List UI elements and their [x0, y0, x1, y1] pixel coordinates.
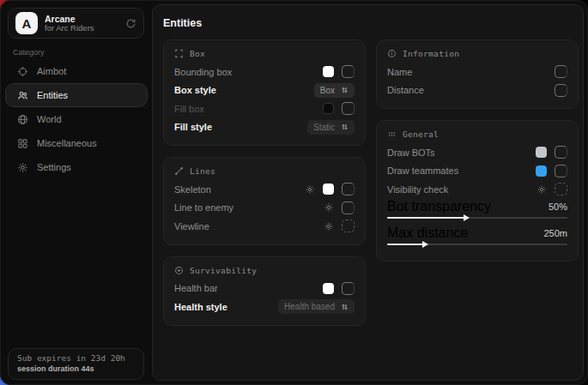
setting-row-viewline: Viewline	[174, 217, 355, 236]
setting-row-visibility-check: Visibility check	[387, 180, 567, 199]
crosshair-icon	[17, 66, 28, 77]
survivability-panel: Survivability Health bar Health style He…	[163, 256, 366, 326]
entities-icon	[17, 90, 28, 101]
setting-row-name: Name	[387, 63, 567, 81]
line-icon	[174, 166, 184, 176]
session-duration-text: session duration 44s	[17, 364, 135, 373]
brand-subtitle: for Arc Riders	[45, 24, 125, 33]
color-swatch[interactable]	[536, 165, 547, 177]
gear-icon[interactable]	[324, 221, 334, 232]
checkbox[interactable]	[342, 202, 355, 214]
setting-label: Skeleton	[174, 184, 211, 195]
panel-title: General	[403, 129, 439, 139]
setting-label: Bounding box	[174, 67, 232, 77]
checkbox[interactable]	[342, 183, 355, 196]
gear-icon[interactable]	[305, 184, 315, 195]
slider-thumb[interactable]	[422, 241, 428, 248]
color-swatch[interactable]	[323, 66, 334, 77]
dots-grid-icon	[387, 129, 397, 139]
sidebar-item-world[interactable]: World	[5, 107, 148, 131]
setting-row-distance: Distance	[387, 81, 567, 100]
general-panel: General Draw BOTs Draw teammates	[376, 120, 579, 262]
select-value: Health based	[284, 302, 335, 311]
sidebar-nav: Aimbot Entities World	[5, 59, 148, 179]
brand-name: Arcane	[45, 14, 125, 24]
setting-label: Box style	[174, 85, 216, 95]
fill-style-select[interactable]: Static	[307, 120, 355, 135]
information-panel: Information Name Distance	[376, 39, 579, 109]
checkbox[interactable]	[342, 102, 355, 115]
setting-label: Health bar	[174, 283, 218, 293]
box-style-select[interactable]: Box	[314, 83, 355, 98]
color-swatch[interactable]	[536, 147, 547, 158]
right-column: Information Name Distance	[376, 39, 579, 326]
brackets-icon	[174, 49, 184, 58]
setting-row-skeleton: Skeleton	[174, 180, 355, 199]
checkbox[interactable]	[342, 220, 355, 232]
checkbox[interactable]	[555, 65, 567, 78]
setting-label: Draw teammates	[387, 165, 458, 176]
setting-label: Viewline	[174, 221, 209, 232]
color-swatch[interactable]	[323, 283, 334, 294]
checkbox[interactable]	[342, 65, 355, 78]
panel-title: Lines	[190, 166, 215, 176]
max-distance-slider[interactable]	[387, 241, 567, 248]
select-value: Static	[313, 123, 335, 132]
panel-title: Information	[403, 49, 459, 58]
main-panel: Entities Box Bounding box	[152, 4, 584, 381]
setting-row-draw-bots: Draw BOTs	[387, 143, 567, 162]
setting-row-draw-teammates: Draw teammates	[387, 162, 567, 181]
health-style-select[interactable]: Health based	[278, 299, 355, 314]
checkbox[interactable]	[342, 282, 355, 295]
updown-arrows-icon	[341, 86, 349, 94]
subscription-card: Sub expires in 23d 20h session duration …	[8, 348, 144, 380]
info-icon	[387, 49, 397, 58]
sidebar-item-label: World	[37, 114, 62, 124]
checkbox[interactable]	[555, 146, 567, 159]
slider-value: 250m	[543, 228, 567, 238]
setting-label: Fill box	[174, 104, 204, 114]
sidebar-item-settings[interactable]: Settings	[5, 155, 148, 179]
brand-logo: A	[15, 12, 38, 34]
setting-label: Health style	[174, 302, 227, 312]
setting-row-fill-box: Fill box	[174, 99, 355, 118]
select-value: Box	[320, 86, 335, 95]
slider-row-bot-transparency: Bot transparency 50%	[387, 199, 567, 214]
slider-thumb[interactable]	[464, 214, 470, 221]
box-panel: Box Bounding box Box style Box	[163, 39, 366, 146]
app-window: A Arcane for Arc Riders Category Aimbot	[0, 0, 588, 385]
setting-label: Bot transparency	[387, 199, 491, 214]
slider-value: 50%	[549, 202, 567, 212]
checkbox[interactable]	[555, 84, 567, 97]
left-column: Box Bounding box Box style Box	[163, 39, 366, 326]
gear-icon[interactable]	[536, 184, 547, 195]
setting-row-line-to-enemy: Line to enemy	[174, 199, 355, 218]
sidebar-item-miscellaneous[interactable]: Miscellaneous	[5, 131, 148, 155]
setting-label: Line to enemy	[174, 202, 233, 213]
color-swatch[interactable]	[323, 183, 334, 195]
setting-label: Max distance	[387, 226, 468, 241]
checkbox[interactable]	[555, 183, 567, 196]
color-swatch[interactable]	[323, 103, 334, 114]
sidebar-item-label: Aimbot	[37, 66, 66, 76]
bot-transparency-slider[interactable]	[387, 214, 567, 221]
lines-panel: Lines Skeleton	[163, 157, 366, 245]
sub-expiry-text: Sub expires in 23d 20h	[17, 353, 135, 363]
setting-label: Distance	[387, 85, 424, 95]
setting-label: Draw BOTs	[387, 147, 435, 158]
sidebar-item-label: Entities	[37, 90, 68, 100]
grid-icon	[17, 138, 28, 149]
refresh-icon[interactable]	[125, 18, 136, 29]
panel-title: Box	[190, 49, 205, 58]
slider-fill	[387, 217, 466, 219]
slider-row-max-distance: Max distance 250m	[387, 226, 567, 241]
updown-arrows-icon	[341, 123, 349, 131]
checkbox[interactable]	[555, 165, 567, 177]
sidebar: A Arcane for Arc Riders Category Aimbot	[1, 1, 152, 384]
panel-title: Survivability	[190, 266, 257, 275]
gear-icon[interactable]	[324, 202, 334, 213]
slider-fill	[387, 244, 425, 245]
sidebar-item-aimbot[interactable]: Aimbot	[5, 59, 148, 83]
sidebar-item-entities[interactable]: Entities	[5, 83, 148, 107]
category-label: Category	[13, 48, 45, 57]
